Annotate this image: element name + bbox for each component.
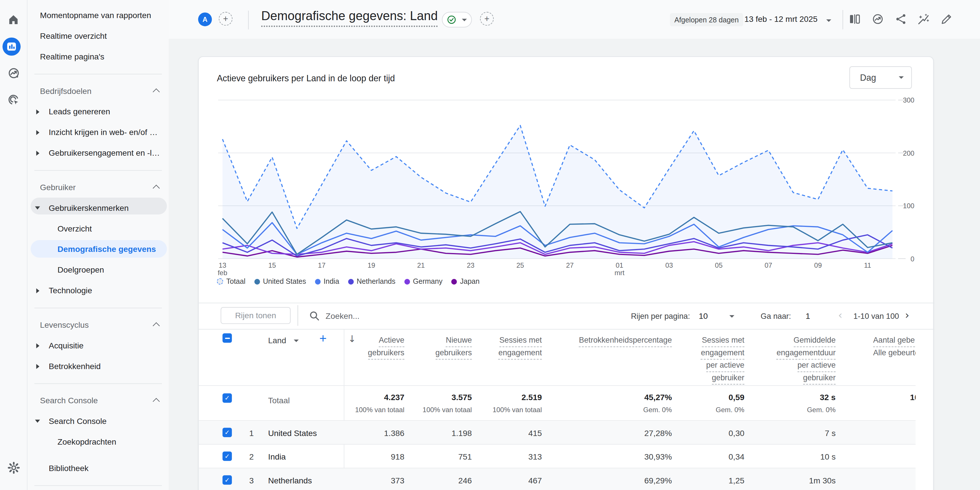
sidebar-item-technologie[interactable]: Technologie	[27, 280, 169, 301]
column-header-gemiddelde[interactable]: Gemiddeldeengagementduurper actievegebru…	[729, 335, 835, 385]
column-header-line[interactable]: engagement	[498, 347, 542, 360]
sidebar-item-label: Technologie	[49, 286, 92, 295]
legend-item-united-states[interactable]: United States	[254, 278, 306, 285]
sidebar-item-leads-genereren[interactable]: Leads genereren	[27, 101, 169, 122]
x-tick-label: 11	[854, 262, 881, 269]
rows-per-page-label: Rijen per pagina:	[574, 312, 690, 321]
expand-right-icon	[36, 109, 39, 114]
report-card: Actieve gebruikers per Land in de loop d…	[198, 56, 934, 490]
legend-item-japan[interactable]: Japan	[451, 278, 480, 285]
search-input[interactable]: Zoeken...	[326, 311, 360, 321]
column-header-sessies-met[interactable]: Sessies metengagement	[436, 335, 542, 360]
prev-page-icon[interactable]: ‹	[838, 309, 843, 322]
sidebar-item-search-console[interactable]: Search Console	[27, 411, 169, 431]
sidebar-item-acquisitie[interactable]: Acquisitie	[27, 335, 169, 356]
add-comparison-button[interactable]: +	[480, 12, 494, 26]
column-header-line[interactable]: engagementduur	[776, 347, 835, 360]
sidebar-item-gebruiker[interactable]: Gebruiker	[27, 177, 169, 198]
sparkles-insights-icon[interactable]	[918, 13, 929, 25]
sidebar-item-zoekopdrachten[interactable]: Zoekopdrachten	[27, 431, 169, 452]
row-checkbox-total[interactable]: ✓	[223, 394, 232, 403]
row-country: United States	[268, 428, 317, 438]
row-value: 415	[467, 428, 542, 438]
sidebar-item-realtime-pagina-s[interactable]: Realtime pagina's	[27, 46, 169, 67]
legend-item-india[interactable]: India	[315, 278, 339, 285]
home-icon[interactable]	[0, 14, 27, 26]
comparison-icon[interactable]	[849, 13, 861, 25]
advertising-icon[interactable]	[0, 94, 27, 107]
sidebar-item-label: Zoekopdrachten	[57, 437, 116, 447]
show-rows-button[interactable]: Rijen tonen	[221, 307, 291, 324]
total-value: 4.237	[329, 393, 404, 402]
row-checkbox[interactable]: ✓	[223, 428, 232, 437]
nav-divider	[27, 301, 169, 314]
sidebar-item-levenscyclus[interactable]: Levenscyclus	[27, 314, 169, 335]
select-all-checkbox[interactable]	[223, 334, 232, 343]
column-header-line[interactable]: per actieve	[797, 360, 835, 372]
sidebar-item-gebruikerskenmerken[interactable]: Gebruikerskenmerken	[27, 198, 169, 218]
sidebar-item-label: Gebruikersengagement en -l…	[49, 148, 160, 158]
row-rank: 2	[240, 452, 254, 461]
column-header-line[interactable]: Sessies met	[499, 335, 542, 347]
settings-gear-icon[interactable]	[0, 461, 27, 474]
report-status-button[interactable]	[442, 12, 472, 27]
rows-per-page-select[interactable]: 10	[699, 311, 708, 321]
sidebar-item-label: Levenscyclus	[40, 320, 89, 330]
sidebar-item-bedrijfsdoelen[interactable]: Bedrijfsdoelen	[27, 81, 169, 101]
column-header-line[interactable]: gebruiker	[803, 372, 835, 385]
row-value: 27,28%	[597, 428, 672, 438]
column-header-line[interactable]: Gemiddelde	[794, 335, 835, 347]
avatar[interactable]: A	[198, 13, 212, 26]
next-page-icon[interactable]: ›	[905, 309, 909, 322]
share-icon[interactable]	[895, 13, 907, 25]
nav-divider-line	[35, 485, 162, 485]
reports-icon[interactable]	[3, 38, 21, 56]
sidebar-item-demografische-gegevens[interactable]: Demografische gegevens	[27, 239, 169, 260]
date-range-picker[interactable]: 13 feb - 12 mrt 2025	[745, 14, 818, 24]
rows-per-page-chevron-icon[interactable]	[729, 315, 734, 318]
nav-divider	[27, 67, 169, 81]
row-value: 1.386	[329, 428, 404, 438]
sidebar-item-realtime-overzicht[interactable]: Realtime overzicht	[27, 26, 169, 46]
add-report-tab-button[interactable]: +	[219, 12, 232, 26]
edit-pencil-icon[interactable]	[941, 13, 953, 25]
row-rank: 1	[240, 428, 254, 438]
sidebar-item-doelgroepen[interactable]: Doelgroepen	[27, 260, 169, 280]
nav-divider	[27, 479, 169, 490]
explore-icon[interactable]	[0, 67, 27, 80]
sidebar-item-overzicht[interactable]: Overzicht	[27, 218, 169, 239]
column-header-line[interactable]: Aantal gebe	[873, 335, 915, 347]
legend-item-germany[interactable]: Germany	[404, 278, 442, 285]
total-subvalue: 100% van totaal	[329, 406, 404, 413]
total-value-truncated: 10	[910, 393, 916, 402]
legend-marker	[348, 279, 354, 284]
sidebar-item-bibliotheek[interactable]: Bibliotheek	[27, 458, 169, 479]
sidebar-item-gebruikersengagement-en-l[interactable]: Gebruikersengagement en -l…	[27, 142, 169, 163]
legend-item-netherlands[interactable]: Netherlands	[348, 278, 396, 285]
go-to-input[interactable]: 1	[806, 311, 810, 321]
legend-item-totaal[interactable]: Totaal	[217, 278, 245, 285]
sidebar-item-inzicht-krijgen-in-web-en-of[interactable]: Inzicht krijgen in web- en/of …	[27, 122, 169, 143]
row-checkbox[interactable]: ✓	[223, 476, 232, 485]
granularity-select[interactable]: Dag	[850, 66, 912, 89]
chart-title: Actieve gebruikers per Land in de loop d…	[217, 73, 395, 83]
card-divider	[199, 303, 934, 303]
sidebar-item-label: Bibliotheek	[49, 463, 88, 473]
sidebar-item-search-console[interactable]: Search Console	[27, 390, 169, 411]
page-title[interactable]: Demografische gegevens: Land	[261, 9, 438, 27]
timeseries-chart[interactable]	[218, 94, 918, 276]
column-header-sessies-met[interactable]: Sessies metengagementper actievegebruike…	[638, 335, 745, 385]
total-subvalue: Gem. 0%	[597, 406, 672, 413]
search-icon[interactable]	[309, 311, 320, 321]
dimension-select[interactable]: Land	[268, 336, 286, 345]
row-checkbox[interactable]: ✓	[223, 452, 232, 461]
sidebar-item-momentopname-van-rapporten[interactable]: Momentopname van rapporten	[27, 5, 169, 26]
expand-right-icon	[36, 130, 39, 135]
date-chevron-down-icon[interactable]	[826, 19, 831, 22]
insights-icon[interactable]	[872, 13, 883, 25]
column-header-aantal-gebe[interactable]: Aantal gebeAlle gebeurte	[873, 335, 916, 359]
sidebar-item-betrokkenheid[interactable]: Betrokkenheid	[27, 356, 169, 377]
expand-right-icon	[36, 343, 39, 348]
go-to-label: Ga naar:	[761, 312, 791, 321]
legend-marker	[254, 279, 260, 284]
